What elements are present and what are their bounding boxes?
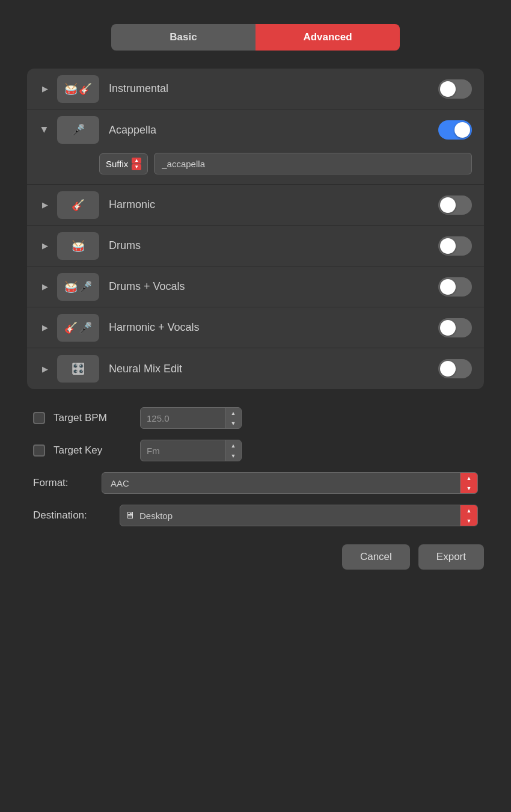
suffix-stepper: ▲ ▼ <box>132 158 141 170</box>
format-step-up[interactable]: ▲ <box>461 473 477 483</box>
track-icon-harmonic: 🎸 <box>57 191 99 219</box>
harmonic-vocals-icon: 🎸 <box>64 321 78 334</box>
chevron-acappella[interactable]: ▶ <box>39 124 51 136</box>
track-list-panel: ▶ 🥁 🎸 Instrumental ▶ 🎤 Acappella <box>27 69 484 389</box>
target-key-step-down[interactable]: ▼ <box>225 451 241 461</box>
suffix-select-label: Suffix <box>106 159 128 169</box>
destination-row: Destination: 🖥 Desktop ▲ ▼ <box>33 505 478 526</box>
destination-label: Destination: <box>33 509 111 521</box>
toggle-knob-drums <box>440 238 456 254</box>
toggle-neural-mix[interactable] <box>438 359 472 378</box>
track-name-drums-vocals: Drums + Vocals <box>109 280 438 293</box>
toggle-harmonic[interactable] <box>438 195 472 215</box>
target-bpm-step-up[interactable]: ▲ <box>225 408 241 418</box>
suffix-step-down[interactable]: ▼ <box>132 164 141 170</box>
target-bpm-input[interactable] <box>141 413 225 423</box>
track-name-neural-mix: Neural Mix Edit <box>109 363 438 375</box>
export-button[interactable]: Export <box>418 544 484 570</box>
target-key-checkbox[interactable] <box>33 444 45 457</box>
toggle-knob-neural-mix <box>440 361 456 377</box>
track-icon-drums-vocals: 🥁 🎤 <box>57 273 99 301</box>
desktop-icon: 🖥 <box>120 510 139 521</box>
chevron-harmonic[interactable]: ▶ <box>39 199 51 211</box>
track-row-main-harmonic-vocals: ▶ 🎸 🎤 Harmonic + Vocals <box>39 307 472 348</box>
track-icon-acappella: 🎤 <box>57 116 99 144</box>
destination-step-up[interactable]: ▲ <box>461 505 477 515</box>
format-step-down[interactable]: ▼ <box>461 483 477 493</box>
vocals2-icon: 🎤 <box>79 321 92 334</box>
suffix-row-acappella: Suffix ▲ ▼ <box>39 153 472 174</box>
destination-select-wrapper: 🖥 Desktop ▲ ▼ <box>120 505 478 526</box>
target-key-label: Target Key <box>54 444 132 457</box>
toggle-knob-acappella <box>454 122 470 138</box>
track-name-harmonic: Harmonic <box>109 198 438 211</box>
toggle-knob-harmonic-vocals <box>440 320 456 336</box>
target-bpm-input-wrapper: ▲ ▼ <box>140 407 242 429</box>
suffix-input-acappella[interactable] <box>154 153 472 174</box>
toggle-knob-instrumental <box>440 81 456 97</box>
toggle-harmonic-vocals[interactable] <box>438 318 472 337</box>
drums-guitar-icon: 🥁 <box>64 82 78 96</box>
tab-switcher: Basic Advanced <box>111 24 400 51</box>
chevron-drums[interactable]: ▶ <box>39 240 51 252</box>
format-row: Format: AAC ▲ ▼ <box>33 472 478 494</box>
target-key-input-wrapper: ▲ ▼ <box>140 440 242 461</box>
track-row-drums: ▶ 🥁 Drums <box>27 226 484 266</box>
target-bpm-label: Target BPM <box>54 412 132 424</box>
target-key-input[interactable] <box>141 446 225 456</box>
track-icon-drums: 🥁 <box>57 232 99 260</box>
toggle-drums-vocals[interactable] <box>438 277 472 297</box>
track-icon-harmonic-vocals: 🎸 🎤 <box>57 314 99 342</box>
chevron-neural-mix[interactable]: ▶ <box>39 363 51 375</box>
suffix-step-up[interactable]: ▲ <box>132 158 141 164</box>
chevron-instrumental[interactable]: ▶ <box>39 83 51 95</box>
track-row-main-acappella: ▶ 🎤 Acappella <box>39 109 472 150</box>
toggle-knob-drums-vocals <box>440 279 456 295</box>
track-row-instrumental: ▶ 🥁 🎸 Instrumental <box>27 69 484 109</box>
track-row-main-drums-vocals: ▶ 🥁 🎤 Drums + Vocals <box>39 266 472 307</box>
bottom-controls: Target BPM ▲ ▼ Target Key ▲ ▼ Format: AA… <box>27 407 484 544</box>
drums-vocals-icon: 🥁 <box>64 280 78 294</box>
track-row-main-instrumental: ▶ 🥁 🎸 Instrumental <box>39 69 472 109</box>
target-bpm-checkbox[interactable] <box>33 412 45 424</box>
target-bpm-row: Target BPM ▲ ▼ <box>33 407 478 429</box>
suffix-type-select[interactable]: Suffix ▲ ▼ <box>99 153 148 174</box>
chevron-harmonic-vocals[interactable]: ▶ <box>39 322 51 334</box>
tab-basic[interactable]: Basic <box>111 24 256 51</box>
track-row-neural-mix: ▶ 🎛️ Neural Mix Edit <box>27 348 484 389</box>
track-icon-instrumental: 🥁 🎸 <box>57 75 99 103</box>
destination-step-down[interactable]: ▼ <box>461 515 477 526</box>
track-name-acappella: Acappella <box>109 124 438 137</box>
target-key-step-up[interactable]: ▲ <box>225 440 241 451</box>
neural-mix-icon: 🎛️ <box>72 362 85 375</box>
vocals-icon: 🎤 <box>79 280 92 294</box>
toggle-acappella[interactable] <box>438 120 472 140</box>
target-bpm-stepper: ▲ ▼ <box>225 408 241 428</box>
harmonic-icon: 🎸 <box>72 198 85 212</box>
track-icon-neural-mix: 🎛️ <box>57 355 99 383</box>
track-row-main-drums: ▶ 🥁 Drums <box>39 226 472 266</box>
target-bpm-step-down[interactable]: ▼ <box>225 418 241 428</box>
target-key-row: Target Key ▲ ▼ <box>33 440 478 461</box>
drums-icon: 🥁 <box>72 239 85 253</box>
destination-select-text: Desktop <box>139 511 460 521</box>
guitar-icon: 🎸 <box>79 82 92 96</box>
tab-advanced[interactable]: Advanced <box>256 24 400 51</box>
track-row-acappella: ▶ 🎤 Acappella Suffix ▲ ▼ <box>27 109 484 185</box>
format-label: Format: <box>33 477 93 489</box>
toggle-drums[interactable] <box>438 236 472 256</box>
track-row-harmonic-vocals: ▶ 🎸 🎤 Harmonic + Vocals <box>27 307 484 348</box>
track-name-harmonic-vocals: Harmonic + Vocals <box>109 321 438 334</box>
track-row-main-harmonic: ▶ 🎸 Harmonic <box>39 185 472 226</box>
track-name-drums: Drums <box>109 239 438 252</box>
chevron-drums-vocals[interactable]: ▶ <box>39 281 51 293</box>
track-row-main-neural-mix: ▶ 🎛️ Neural Mix Edit <box>39 348 472 389</box>
cancel-button[interactable]: Cancel <box>342 544 410 570</box>
toggle-knob-harmonic <box>440 197 456 213</box>
format-select-wrapper: AAC ▲ ▼ <box>102 472 478 494</box>
format-select-text: AAC <box>102 478 460 488</box>
track-name-instrumental: Instrumental <box>109 82 438 95</box>
action-buttons: Cancel Export <box>27 544 484 570</box>
format-stepper: ▲ ▼ <box>460 473 477 493</box>
toggle-instrumental[interactable] <box>438 79 472 99</box>
